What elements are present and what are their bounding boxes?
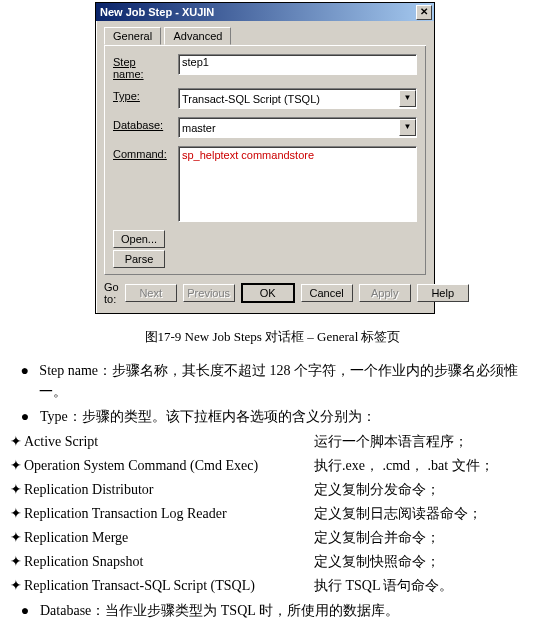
label-goto: Go to: bbox=[104, 281, 119, 305]
next-button[interactable]: Next bbox=[125, 284, 177, 302]
type-name-6: Replication Transact-SQL Script (TSQL) bbox=[24, 575, 314, 596]
type-desc-4: 定义复制合并命令； bbox=[314, 527, 535, 548]
step-name-input[interactable]: step1 bbox=[178, 54, 417, 75]
diamond-icon: ✦ bbox=[10, 455, 24, 476]
type-desc-1: 执行.exe， .cmd， .bat 文件； bbox=[314, 455, 535, 476]
dialog-button-row: Go to: Next Previous OK Cancel Apply Hel… bbox=[104, 281, 426, 305]
body-text: ● Step name：步骤名称，其长度不超过 128 个字符，一个作业内的步骤… bbox=[0, 360, 545, 626]
diamond-icon: ✦ bbox=[10, 479, 24, 500]
bullet-database: Database：当作业步骤类型为 TSQL 时，所使用的数据库。 bbox=[40, 600, 399, 621]
ok-button[interactable]: OK bbox=[241, 283, 295, 303]
open-button[interactable]: Open... bbox=[113, 230, 165, 248]
bullet-step-name: Step name：步骤名称，其长度不超过 128 个字符，一个作业内的步骤名必… bbox=[39, 360, 535, 402]
type-desc-0: 运行一个脚本语言程序； bbox=[314, 431, 535, 452]
label-step-name: Step name: bbox=[113, 54, 168, 80]
type-name-2: Replication Distributor bbox=[24, 479, 314, 500]
diamond-icon: ✦ bbox=[10, 575, 24, 596]
type-desc-2: 定义复制分发命令； bbox=[314, 479, 535, 500]
command-textarea[interactable]: sp_helptext commandstore bbox=[178, 146, 417, 222]
database-dropdown[interactable]: master ▼ bbox=[178, 117, 417, 138]
chevron-down-icon[interactable]: ▼ bbox=[399, 90, 416, 107]
type-name-4: Replication Merge bbox=[24, 527, 314, 548]
type-name-1: Operation System Command (Cmd Exec) bbox=[24, 455, 314, 476]
type-value: Transact-SQL Script (TSQL) bbox=[182, 93, 320, 105]
general-panel: Step name: step1 Type: Transact-SQL Scri… bbox=[104, 46, 426, 275]
type-desc-5: 定义复制快照命令； bbox=[314, 551, 535, 572]
tab-strip: General Advanced bbox=[104, 27, 426, 46]
label-command: Command: bbox=[113, 146, 168, 160]
type-name-3: Replication Transaction Log Reader bbox=[24, 503, 314, 524]
tab-advanced[interactable]: Advanced bbox=[164, 27, 231, 45]
help-button[interactable]: Help bbox=[417, 284, 469, 302]
database-value: master bbox=[182, 122, 216, 134]
type-desc-3: 定义复制日志阅读器命令； bbox=[314, 503, 535, 524]
diamond-icon: ✦ bbox=[10, 527, 24, 548]
bullet-type: Type：步骤的类型。该下拉框内各选项的含义分别为： bbox=[40, 406, 376, 427]
type-name-5: Replication Snapshot bbox=[24, 551, 314, 572]
dialog-window: New Job Step - XUJIN ✕ General Advanced … bbox=[95, 2, 435, 314]
previous-button[interactable]: Previous bbox=[183, 284, 235, 302]
label-type: Type: bbox=[113, 88, 168, 102]
type-dropdown[interactable]: Transact-SQL Script (TSQL) ▼ bbox=[178, 88, 417, 109]
bullet-icon: ● bbox=[10, 600, 40, 621]
close-icon[interactable]: ✕ bbox=[416, 5, 432, 20]
diamond-icon: ✦ bbox=[10, 551, 24, 572]
title-bar: New Job Step - XUJIN ✕ bbox=[96, 3, 434, 21]
chevron-down-icon[interactable]: ▼ bbox=[399, 119, 416, 136]
label-database: Database: bbox=[113, 117, 168, 131]
cancel-button[interactable]: Cancel bbox=[301, 284, 353, 302]
window-title: New Job Step - XUJIN bbox=[100, 6, 214, 18]
apply-button[interactable]: Apply bbox=[359, 284, 411, 302]
type-desc-6: 执行 TSQL 语句命令。 bbox=[314, 575, 535, 596]
diamond-icon: ✦ bbox=[10, 431, 24, 452]
parse-button[interactable]: Parse bbox=[113, 250, 165, 268]
type-name-0: Active Script bbox=[24, 431, 314, 452]
diamond-icon: ✦ bbox=[10, 503, 24, 524]
tab-general[interactable]: General bbox=[104, 27, 161, 45]
bullet-icon: ● bbox=[10, 406, 40, 427]
bullet-icon: ● bbox=[10, 360, 39, 402]
figure-caption: 图17-9 New Job Steps 对话框 – General 标签页 bbox=[0, 328, 545, 346]
